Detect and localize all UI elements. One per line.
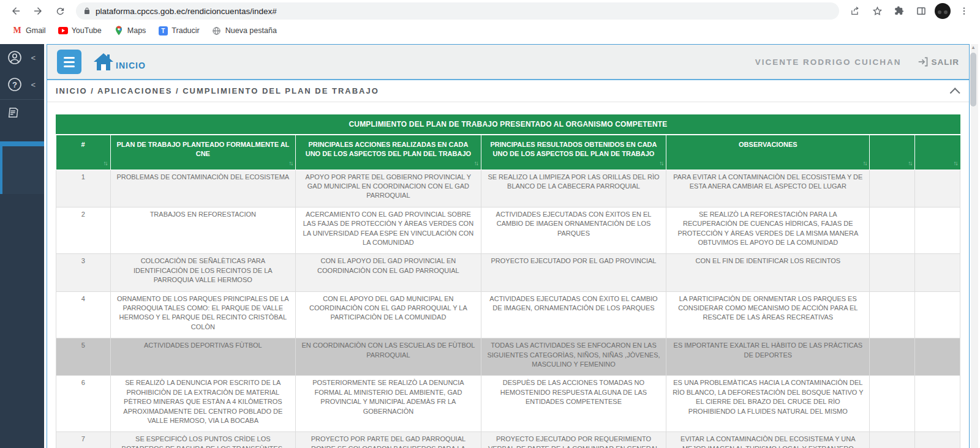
bookmark-gmail[interactable]: M Gmail bbox=[12, 26, 46, 35]
home-link[interactable]: INICIO bbox=[92, 52, 146, 72]
col-header-plan[interactable]: PLAN DE TRABAJO PLANTEADO FORMALMENTE AL… bbox=[110, 135, 296, 170]
bookmark-traducir[interactable]: T Traducir bbox=[158, 26, 199, 35]
bookmarks-bar: M Gmail YouTube Maps T Traducir Nueva pe… bbox=[0, 22, 980, 39]
sort-icon[interactable]: ↑↓ bbox=[908, 159, 911, 168]
profile-avatar[interactable] bbox=[935, 3, 951, 19]
sort-icon[interactable]: ↑↓ bbox=[954, 159, 957, 168]
bookmark-star-icon[interactable] bbox=[869, 2, 886, 20]
cell-extra-2 bbox=[915, 291, 960, 338]
translate-icon: T bbox=[158, 26, 168, 35]
table-row[interactable]: 3 COLOCACIÒN DE SEÑALÈTICAS PARA IDENTIF… bbox=[56, 254, 960, 291]
globe-icon bbox=[212, 26, 222, 35]
sidebar-item-profile[interactable]: < bbox=[0, 44, 44, 71]
table-row[interactable]: 7 SE ESPECIFICÒ LOS PUNTOS CRÌDE LOS BOT… bbox=[56, 432, 960, 448]
cell-resultados: DESPUÈS DE LAS ACCIONES TOMADAS NO HEMOS… bbox=[481, 376, 666, 432]
collapse-panel-icon[interactable] bbox=[950, 88, 960, 98]
sidebar-item-manual[interactable] bbox=[0, 100, 44, 128]
cell-extra-1 bbox=[870, 338, 915, 376]
home-icon bbox=[92, 52, 115, 72]
side-panel-icon[interactable] bbox=[913, 2, 930, 20]
table-header-row: #↑↓ PLAN DE TRABAJO PLANTEADO FORMALMENT… bbox=[56, 135, 960, 170]
sort-icon[interactable]: ↑↓ bbox=[288, 159, 292, 168]
col-header-acciones[interactable]: PRINCIPALES ACCIONES REALIZADAS EN CADA … bbox=[296, 135, 481, 170]
bookmark-nueva-pestana[interactable]: Nueva pestaña bbox=[212, 26, 277, 35]
left-sidebar: < ? < bbox=[0, 44, 44, 448]
cell-acciones: APOYO POR PARTE DEL GOBIERNO PROVINCIAL … bbox=[296, 170, 481, 207]
table-row[interactable]: 6 SE REALIZÒ LA DENUNCIA POR ESCRITO DE … bbox=[56, 376, 960, 432]
sidebar-accent-bar bbox=[0, 141, 44, 146]
share-icon[interactable] bbox=[846, 2, 864, 20]
sort-icon[interactable]: ↑↓ bbox=[104, 159, 107, 168]
cell-observaciones: CON EL FIN DE IDENTIFICAR LOS RECINTOS bbox=[666, 254, 870, 291]
cell-num: 6 bbox=[56, 376, 111, 432]
back-icon[interactable] bbox=[7, 2, 24, 20]
breadcrumb-row: INICIO / APLICACIONES / CUMPLIMIENTO DEL… bbox=[47, 80, 969, 102]
user-name: VICENTE RODRIGO CUICHAN bbox=[755, 58, 902, 67]
page-gap bbox=[0, 39, 980, 44]
cell-extra-1 bbox=[870, 376, 915, 432]
forward-icon[interactable] bbox=[29, 2, 47, 20]
cell-num: 4 bbox=[56, 291, 111, 338]
sidebar-item-help[interactable]: ? < bbox=[0, 71, 44, 98]
cell-acciones: PROYECTO POR PARTE DEL GAD PARROQUIAL DO… bbox=[296, 432, 481, 448]
table-row[interactable]: 1 PROBLEMAS DE CONTAMINACIÒN DEL ECOSIST… bbox=[56, 170, 960, 207]
col-header-extra-2[interactable]: ↑↓ bbox=[915, 135, 960, 170]
cell-acciones: CON EL APOYO DEL GAD MUNICIPAL EN COORDI… bbox=[296, 291, 481, 338]
scrollbar-up-arrow[interactable]: ▲ bbox=[971, 45, 976, 50]
menu-toggle-button[interactable] bbox=[57, 50, 81, 74]
cell-num: 7 bbox=[56, 432, 111, 448]
cell-plan: TRABAJOS EN REFORESTACION bbox=[110, 207, 296, 254]
lock-icon bbox=[83, 7, 91, 15]
table-row[interactable]: 4 ORNAMENTO DE LOS PARQUES PRINCIPALES D… bbox=[56, 291, 960, 338]
cell-plan: SE REALIZÒ LA DENUNCIA POR ESCRITO DE LA… bbox=[110, 376, 296, 432]
cell-extra-2 bbox=[915, 432, 960, 448]
extensions-icon[interactable] bbox=[891, 2, 908, 20]
cell-num: 5 bbox=[56, 338, 111, 376]
sort-icon[interactable]: ↑↓ bbox=[862, 159, 866, 168]
cell-plan: ACTIVIDADES DEPORTIVAS FÙTBOL bbox=[110, 338, 296, 376]
cell-plan: ORNAMENTO DE LOS PARQUES PRINCIPALES DE … bbox=[110, 291, 296, 338]
chrome-menu-icon[interactable] bbox=[956, 2, 973, 20]
help-icon: ? bbox=[7, 77, 22, 92]
col-header-num[interactable]: #↑↓ bbox=[56, 135, 111, 170]
cell-extra-1 bbox=[870, 207, 915, 254]
sort-icon[interactable]: ↑↓ bbox=[474, 159, 478, 168]
refresh-icon[interactable] bbox=[51, 2, 69, 20]
cell-resultados: SE REALIZO LA LIMPIEZA POR LAS ORILLAS D… bbox=[481, 170, 666, 207]
bookmark-youtube[interactable]: YouTube bbox=[58, 26, 102, 35]
cell-plan: COLOCACIÒN DE SEÑALÈTICAS PARA IDENTIFIC… bbox=[110, 254, 296, 291]
bookmark-maps[interactable]: Maps bbox=[114, 26, 146, 35]
cell-resultados: ACTIVIDADES EJECUTADAS CON ÈXITOS EN EL … bbox=[481, 207, 666, 254]
col-header-extra-1[interactable]: ↑↓ bbox=[870, 135, 915, 170]
col-header-observaciones[interactable]: OBSERVACIONES↑↓ bbox=[666, 135, 870, 170]
cell-num: 1 bbox=[56, 170, 111, 207]
col-header-resultados[interactable]: PRINCIPALES RESULTADOS OBTENIDOS EN CADA… bbox=[481, 135, 666, 170]
logout-button[interactable]: SALIR bbox=[918, 57, 960, 67]
logout-icon bbox=[918, 57, 929, 67]
table-row[interactable]: 2 TRABAJOS EN REFORESTACION ACERCAMIENTO… bbox=[56, 207, 960, 254]
cell-extra-1 bbox=[870, 254, 915, 291]
youtube-icon bbox=[58, 26, 68, 35]
cell-observaciones: LA PARTICIPACIÒN DE ORNMENTAR LOS PARQUE… bbox=[666, 291, 870, 338]
cell-observaciones: SE REALIZÒ LA REFORESTACIÒN PARA LA RECU… bbox=[666, 207, 870, 254]
scrollbar-thumb[interactable] bbox=[970, 53, 976, 106]
sort-icon[interactable]: ↑↓ bbox=[659, 159, 663, 168]
cell-acciones: POSTERIORMENTE SE REALIZÒ LA DENUNCIA FO… bbox=[296, 376, 481, 432]
sidebar-active-section bbox=[0, 146, 44, 194]
book-icon bbox=[7, 106, 21, 119]
cell-extra-2 bbox=[915, 376, 960, 432]
content-area: CUMPLIMIENTO DEL PLAN DE TRABAJO PRESENT… bbox=[47, 102, 969, 448]
table-body: 1 PROBLEMAS DE CONTAMINACIÒN DEL ECOSIST… bbox=[56, 170, 960, 448]
cell-extra-1 bbox=[870, 170, 915, 207]
home-label: INICIO bbox=[116, 61, 146, 70]
cell-resultados: ACTIVIDADES EJECUTADAS CON ÈXITO EL CAMB… bbox=[481, 291, 666, 338]
page-scrollbar[interactable]: ▲ bbox=[970, 44, 980, 448]
table-title: CUMPLIMIENTO DEL PLAN DE TRABAJO PRESENT… bbox=[56, 114, 960, 134]
address-bar[interactable]: plataforma.cpccs.gob.ec/rendicioncuentas… bbox=[76, 2, 839, 20]
cell-resultados: PROYECTO EJECUTADO POR REQUERIMIENTO VER… bbox=[481, 432, 666, 448]
cell-num: 2 bbox=[56, 207, 111, 254]
svg-text:?: ? bbox=[12, 80, 17, 89]
url-text[interactable]: plataforma.cpccs.gob.ec/rendicioncuentas… bbox=[96, 7, 277, 16]
cell-observaciones: EVITAR LA CONTAMINACIÒN DEL ECOSISTEMA Y… bbox=[666, 432, 870, 448]
table-row[interactable]: 5 ACTIVIDADES DEPORTIVAS FÙTBOL EN COORD… bbox=[56, 338, 960, 376]
